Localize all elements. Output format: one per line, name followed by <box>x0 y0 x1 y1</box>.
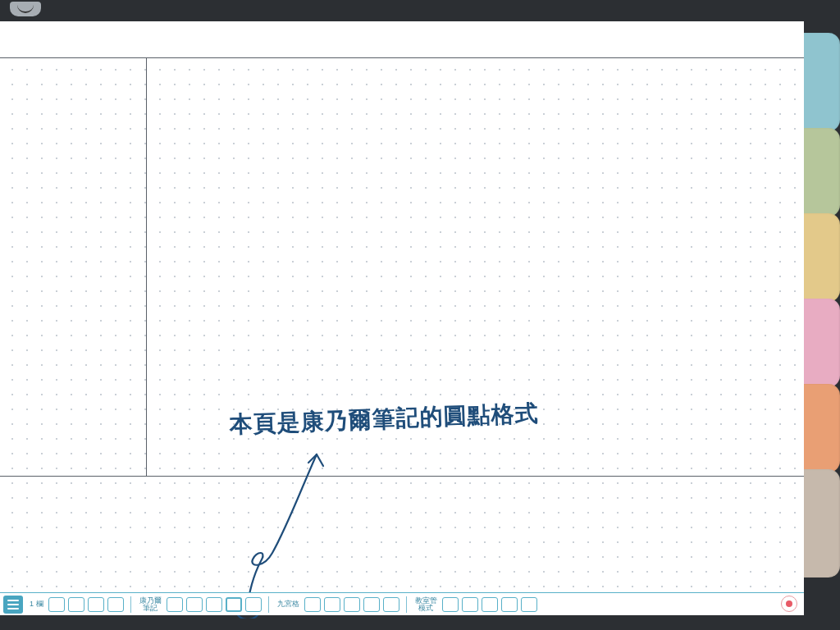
bottom-toolbar: 1 欄 康乃爾筆記 九宮格 教室管模式 <box>0 592 804 615</box>
tab-5[interactable] <box>804 384 840 472</box>
tab-3[interactable] <box>804 213 840 302</box>
classroom-4-button[interactable] <box>501 597 518 612</box>
cornell-top-line <box>0 57 804 58</box>
ninegrid-4-button[interactable] <box>363 597 380 612</box>
pull-down-handle[interactable] <box>10 2 41 16</box>
menu-button[interactable] <box>3 596 23 614</box>
classroom-3-button[interactable] <box>482 597 498 612</box>
layout-4col-button[interactable] <box>107 597 124 612</box>
dot-grid-background <box>0 57 804 615</box>
page-indicator: 1 欄 <box>26 599 47 609</box>
layout-1col-button[interactable] <box>48 597 65 612</box>
toolbar-divider <box>406 596 407 613</box>
notebook-page[interactable]: 本頁是康乃爾筆記的圓點格式 1 欄 康乃爾筆記 九宮格 教室管模式 <box>0 21 804 615</box>
group-cornell-label: 康乃爾筆記 <box>136 597 165 612</box>
tab-6[interactable] <box>804 469 840 578</box>
handwritten-arrow <box>213 430 345 619</box>
cornell-summary-line <box>0 476 804 477</box>
ninegrid-3-button[interactable] <box>344 597 360 612</box>
ninegrid-5-button[interactable] <box>383 597 399 612</box>
cornell-variant-3-button[interactable] <box>206 597 222 612</box>
cornell-vertical-line <box>146 57 147 476</box>
cornell-variant-2-button[interactable] <box>186 597 203 612</box>
ninegrid-1-button[interactable] <box>304 597 321 612</box>
record-button[interactable] <box>781 596 797 612</box>
side-tab-strip <box>804 21 840 615</box>
classroom-5-button[interactable] <box>521 597 537 612</box>
layout-3col-button[interactable] <box>88 597 104 612</box>
cornell-variant-1-button[interactable] <box>167 597 183 612</box>
classroom-1-button[interactable] <box>442 597 459 612</box>
top-system-bar <box>0 0 840 21</box>
cornell-variant-5-button[interactable] <box>245 597 262 612</box>
ninegrid-2-button[interactable] <box>324 597 340 612</box>
tab-4[interactable] <box>804 299 840 387</box>
toolbar-divider <box>268 596 269 613</box>
page-header-band <box>0 21 804 57</box>
classroom-2-button[interactable] <box>462 597 478 612</box>
tab-1[interactable] <box>804 33 840 131</box>
group-ninegrid-label: 九宮格 <box>274 599 303 609</box>
tab-2[interactable] <box>804 128 840 217</box>
group-classroom-label: 教室管模式 <box>412 597 441 612</box>
layout-2col-button[interactable] <box>68 597 84 612</box>
cornell-variant-4-button[interactable] <box>226 597 242 612</box>
toolbar-divider <box>130 596 131 613</box>
